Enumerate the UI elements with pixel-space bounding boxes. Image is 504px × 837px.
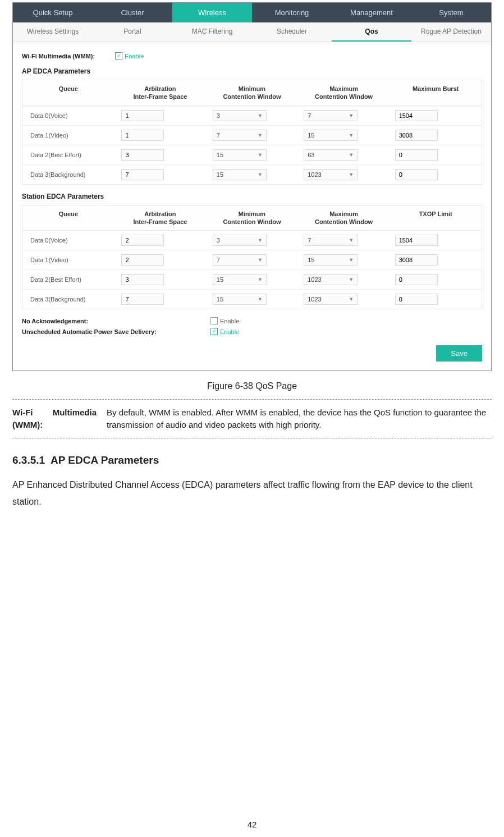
- sub-tab-scheduler[interactable]: Scheduler: [252, 22, 332, 42]
- chevron-down-icon: ▼: [349, 257, 354, 263]
- queue-cell: Data 0(Voice): [22, 235, 117, 245]
- aifs-input[interactable]: [121, 149, 164, 161]
- aifs-input[interactable]: [121, 130, 164, 141]
- table-row: Data 3(Background)15▼1023▼: [22, 290, 482, 309]
- max-cw-select[interactable]: 63▼: [304, 149, 358, 161]
- aifs-input[interactable]: [121, 254, 164, 266]
- table-row: Data 0(Voice)3▼7▼: [22, 106, 482, 126]
- min-cw-select[interactable]: 7▼: [213, 130, 267, 141]
- ap-table: QueueArbitrationInter-Frame SpaceMinimum…: [22, 80, 482, 185]
- figure-caption: Figure 6-38 QoS Page: [12, 381, 492, 391]
- max-cw-select[interactable]: 15▼: [304, 130, 358, 141]
- column-header: MaximumContention Window: [298, 80, 390, 106]
- burst-input[interactable]: [395, 254, 438, 266]
- chevron-down-icon: ▼: [349, 152, 354, 158]
- save-button[interactable]: Save: [436, 345, 482, 362]
- main-tab-wireless[interactable]: Wireless: [172, 3, 252, 22]
- page-number: 42: [0, 820, 504, 829]
- max-cw-select[interactable]: 1023▼: [304, 169, 358, 180]
- burst-input[interactable]: [395, 130, 438, 141]
- max-cw-select[interactable]: 15▼: [304, 254, 358, 266]
- sub-tab-wireless-settings[interactable]: Wireless Settings: [13, 22, 93, 42]
- divider: [12, 399, 492, 400]
- column-header: TXOP Limit: [390, 205, 482, 231]
- chevron-down-icon: ▼: [258, 277, 263, 282]
- aifs-input[interactable]: [121, 294, 164, 305]
- queue-cell: Data 2(Best Effort): [22, 275, 117, 285]
- main-tab-management[interactable]: Management: [332, 3, 411, 22]
- config-panel: Quick SetupClusterWirelessMonitoringMana…: [12, 2, 492, 371]
- burst-input[interactable]: [395, 235, 438, 246]
- section-title: AP EDCA Parameters: [51, 454, 159, 466]
- column-header: Queue: [22, 80, 114, 106]
- max-cw-select[interactable]: 1023▼: [304, 294, 358, 305]
- max-cw-select[interactable]: 7▼: [304, 235, 358, 246]
- sub-tab-mac-filtering[interactable]: MAC Filtering: [172, 22, 252, 42]
- main-tab-quick-setup[interactable]: Quick Setup: [13, 3, 93, 22]
- wmm-label: Wi-Fi Multimedia (WMM):: [22, 53, 95, 60]
- chevron-down-icon: ▼: [349, 237, 354, 243]
- main-tab-monitoring[interactable]: Monitoring: [252, 3, 332, 22]
- uapsd-row: Unscheduled Automatic Power Save Deliver…: [22, 328, 482, 335]
- chevron-down-icon: ▼: [349, 277, 354, 282]
- chevron-down-icon: ▼: [349, 172, 354, 177]
- wmm-enable-text: Enable: [125, 53, 144, 60]
- aifs-input[interactable]: [121, 274, 164, 285]
- no-ack-row: No Acknowledgement: Enable: [22, 317, 482, 324]
- min-cw-select[interactable]: 15▼: [213, 274, 267, 285]
- min-cw-select[interactable]: 3▼: [213, 110, 267, 121]
- chevron-down-icon: ▼: [349, 113, 354, 118]
- uapsd-checkbox[interactable]: ✓ Enable: [210, 328, 239, 335]
- queue-cell: Data 1(Video): [22, 255, 117, 265]
- no-ack-label: No Acknowledgement:: [22, 318, 190, 324]
- no-ack-enable-text: Enable: [220, 318, 239, 324]
- column-header: MaximumContention Window: [298, 205, 390, 231]
- burst-input[interactable]: [395, 294, 438, 305]
- aifs-input[interactable]: [121, 169, 164, 180]
- save-row: Save: [22, 345, 482, 362]
- aifs-input[interactable]: [121, 235, 164, 246]
- burst-input[interactable]: [395, 169, 438, 180]
- checkmark-icon: ✓: [115, 52, 122, 60]
- table-row: Data 2(Best Effort)15▼1023▼: [22, 270, 482, 290]
- chevron-down-icon: ▼: [258, 296, 263, 302]
- checkmark-icon: ✓: [210, 328, 218, 335]
- main-tab-cluster[interactable]: Cluster: [93, 3, 172, 22]
- sub-tabs: Wireless SettingsPortalMAC FilteringSche…: [13, 22, 491, 42]
- chevron-down-icon: ▼: [258, 257, 263, 263]
- sub-tab-rogue-ap-detection[interactable]: Rogue AP Detection: [411, 22, 491, 42]
- min-cw-select[interactable]: 3▼: [213, 235, 267, 246]
- min-cw-select[interactable]: 15▼: [213, 169, 267, 180]
- ap-section-title: AP EDCA Parameters: [22, 67, 482, 75]
- min-cw-select[interactable]: 7▼: [213, 254, 267, 266]
- table-row: Data 0(Voice)3▼7▼: [22, 231, 482, 250]
- max-cw-select[interactable]: 7▼: [304, 110, 358, 121]
- panel-body: Wi-Fi Multimedia (WMM): ✓ Enable AP EDCA…: [13, 42, 491, 371]
- table-row: Data 2(Best Effort)15▼63▼: [22, 145, 482, 165]
- station-section-title: Station EDCA Parameters: [22, 193, 482, 200]
- table-row: Data 3(Background)15▼1023▼: [22, 165, 482, 184]
- wmm-row: Wi-Fi Multimedia (WMM): ✓ Enable: [22, 52, 482, 60]
- wmm-enable-checkbox[interactable]: ✓ Enable: [115, 52, 144, 60]
- column-header: MinimumContention Window: [206, 205, 298, 231]
- uapsd-enable-text: Enable: [220, 328, 239, 335]
- checkbox-empty-icon: [210, 317, 218, 324]
- sub-tab-portal[interactable]: Portal: [93, 22, 172, 42]
- min-cw-select[interactable]: 15▼: [213, 294, 267, 305]
- no-ack-checkbox[interactable]: Enable: [210, 317, 239, 324]
- queue-cell: Data 3(Background): [22, 294, 117, 304]
- chevron-down-icon: ▼: [349, 132, 354, 138]
- chevron-down-icon: ▼: [258, 113, 263, 118]
- sub-tab-qos[interactable]: Qos: [332, 22, 411, 42]
- column-header: ArbitrationInter-Frame Space: [114, 205, 207, 231]
- max-cw-select[interactable]: 1023▼: [304, 274, 358, 285]
- main-tab-system[interactable]: System: [411, 3, 491, 22]
- burst-input[interactable]: [395, 274, 438, 285]
- burst-input[interactable]: [395, 110, 438, 121]
- column-header: ArbitrationInter-Frame Space: [114, 80, 207, 106]
- aifs-input[interactable]: [121, 110, 164, 121]
- burst-input[interactable]: [395, 149, 438, 161]
- chevron-down-icon: ▼: [258, 172, 263, 177]
- min-cw-select[interactable]: 15▼: [213, 149, 267, 161]
- table-row: Data 1(Video)7▼15▼: [22, 126, 482, 145]
